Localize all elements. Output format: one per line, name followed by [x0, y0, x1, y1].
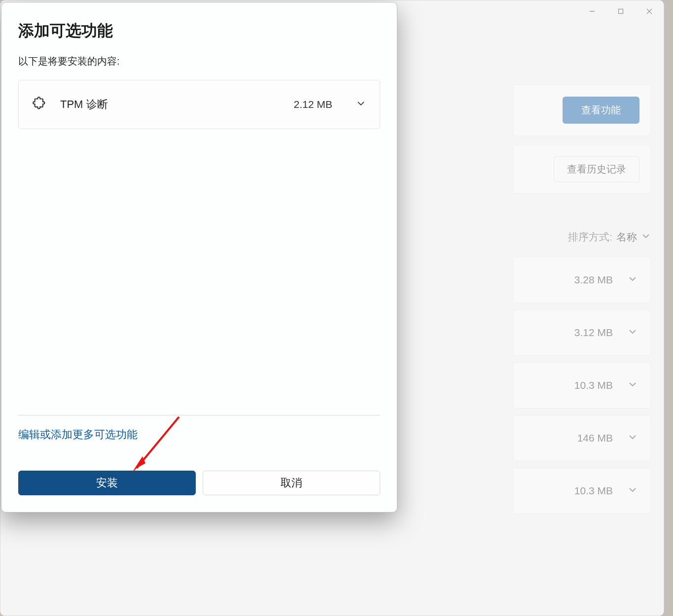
pending-feature-item[interactable]: TPM 诊断 2.12 MB	[18, 80, 380, 129]
cancel-button[interactable]: 取消	[203, 471, 380, 495]
dialog-button-row: 安装 取消	[18, 471, 380, 495]
edit-more-features-link[interactable]: 编辑或添加更多可选功能	[18, 427, 380, 442]
dialog-title: 添加可选功能	[18, 20, 380, 42]
dialog-separator	[18, 415, 380, 415]
pending-feature-size: 2.12 MB	[294, 99, 332, 110]
puzzle-icon	[33, 97, 46, 112]
pending-feature-name: TPM 诊断	[60, 97, 280, 112]
add-optional-feature-dialog: 添加可选功能 以下是将要安装的内容: TPM 诊断 2.12 MB 编辑或添加更…	[1, 2, 397, 513]
install-button[interactable]: 安装	[18, 471, 196, 495]
dialog-subtitle: 以下是将要安装的内容:	[18, 55, 380, 68]
chevron-down-icon[interactable]	[356, 99, 366, 110]
